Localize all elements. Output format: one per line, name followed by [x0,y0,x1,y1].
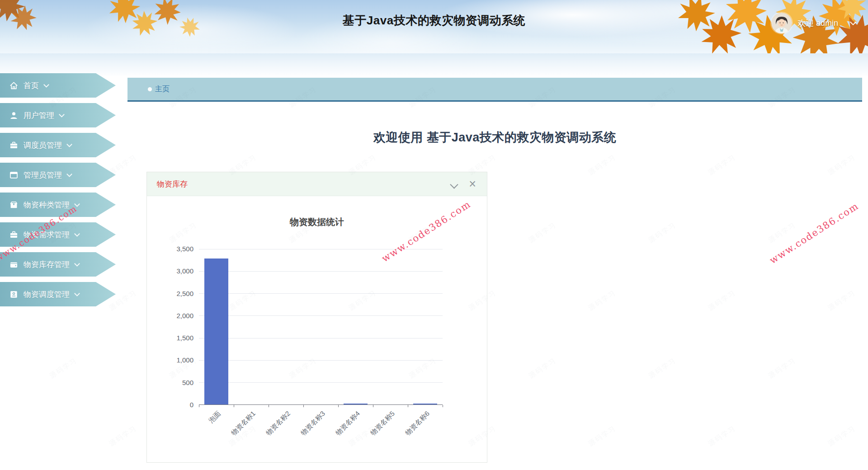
grid-line [199,338,443,338]
watermark: 源码学习 [707,153,737,177]
sidebar-item-dispatcher-management[interactable]: 调度员管理 [0,133,116,157]
watermark: 源码学习 [587,424,617,448]
x-axis-line [199,404,443,405]
watermark: 源码学习 [527,221,557,245]
chevron-down-icon [74,261,80,267]
user-icon [9,111,19,120]
panel-title: 物资库存 [157,179,188,189]
inventory-panel: 物资库存 × 物资数据统计 05001,0001,5002,0002,5003,… [146,172,487,463]
x-tick-mark [443,405,443,407]
y-tick-label: 2,000 [152,312,193,320]
watermark: 源码学习 [707,424,737,448]
sidebar-item-label: 首页 [24,80,39,91]
chevron-down-icon[interactable] [850,19,856,25]
x-tick-mark [303,405,304,407]
panel-body: 物资数据统计 05001,0001,5002,0002,5003,0003,50… [147,196,487,462]
chevron-down-icon [66,171,72,177]
sidebar-item-label: 物资种类管理 [24,200,70,210]
y-tick-label: 0 [152,401,193,409]
watermark: 源码学习 [108,424,138,448]
briefcase-icon [9,230,19,240]
x-tick-label: 物资名称4 [301,409,362,470]
chevron-down-icon [74,201,80,207]
grid-line [199,360,443,361]
x-tick-mark [199,405,199,407]
chart-title: 物资数据统计 [147,216,487,228]
y-tick-label: 3,500 [152,245,193,253]
app-title: 基于Java技术的救灾物资调动系统 [0,13,868,28]
x-tick-label: 物资名称1 [197,409,257,470]
window-icon [9,170,19,180]
sidebar-item-label: 物资调度管理 [24,289,70,300]
watermark: 源码学习 [647,221,677,245]
briefcase-icon [9,141,19,150]
user-avatar-icon[interactable] [771,13,792,33]
y-tick-label: 1,500 [152,334,193,342]
chevron-down-icon [74,231,80,237]
x-tick-label: 物资名称2 [231,409,292,470]
grid-line [199,315,443,316]
x-tick-label: 物资名称3 [266,409,327,470]
watermark: 源码学习 [707,289,737,313]
breadcrumb-home-link[interactable]: 主页 [155,85,170,94]
y-tick-label: 500 [152,379,193,386]
close-icon[interactable]: × [469,179,476,188]
y-tick-label: 1,000 [152,356,193,364]
sidebar-item-material-dispatch-management[interactable]: 物资调度管理 [0,282,116,306]
sidebar-item-label: 调度员管理 [24,140,62,150]
grid-line [199,293,443,294]
sidebar-item-label: 管理员管理 [24,170,62,180]
user-menu[interactable]: 欢迎 admin [771,12,855,34]
x-tick-mark [408,405,408,407]
bar-物资名称4 [344,404,368,404]
watermark: 源码学习 [587,153,617,177]
watermark: 源码学习 [647,357,677,381]
grid-line [199,249,443,249]
sidebar-item-user-management[interactable]: 用户管理 [0,103,116,127]
watermark: 源码学习 [527,357,557,381]
chevron-down-icon [66,141,72,147]
breadcrumb-bullet-icon [148,87,152,91]
watermark: 源码学习 [587,289,617,313]
watermark: 源码学习 [767,357,797,381]
watermark: 源码学习 [826,424,857,448]
header-gradient-strip [0,53,868,76]
sidebar-item-label: 物资需求管理 [24,230,70,240]
bar-泡面 [204,258,228,404]
chevron-down-icon [59,112,65,118]
watermark: 源码学习 [826,153,857,177]
watermark: 源码学习 [826,289,857,313]
sidebar-item-material-inventory-management[interactable]: 物资库存管理 [0,252,116,277]
breadcrumb-bar: 主页 [127,78,862,102]
x-tick-label: 物资名称6 [371,409,431,470]
wallet-icon [9,260,19,269]
welcome-heading: 欢迎使用 基于Java技术的救灾物资调动系统 [127,129,862,146]
home-icon [9,81,19,90]
x-tick-mark [269,405,269,407]
x-tick-label: 泡面 [162,409,222,470]
sidebar-item-label: 物资库存管理 [24,259,70,270]
sidebar-item-home[interactable]: 首页 [0,73,116,98]
x-tick-mark [234,405,234,407]
bar-物资名称6 [413,404,437,404]
y-tick-label: 3,000 [152,267,193,275]
panel-header: 物资库存 × [147,172,487,196]
x-tick-mark [373,405,373,407]
sidebar-item-material-type-management[interactable]: 物资种类管理 [0,193,116,217]
sidebar-item-material-demand-management[interactable]: 物资需求管理 [0,222,116,247]
badge-icon [9,290,19,299]
chart-plot: 05001,0001,5002,0002,5003,0003,500泡面物资名称… [199,249,443,405]
grid-line [199,271,443,272]
sidebar-item-admin-management[interactable]: 管理员管理 [0,163,116,187]
watermark: www.code386.com [768,200,861,266]
box-icon [9,200,19,210]
x-tick-mark [338,405,339,407]
panel-header-icons: × [451,179,476,188]
collapse-chevron-icon[interactable] [450,180,458,188]
x-tick-label: 物资名称5 [336,409,396,470]
welcome-text: 欢迎 admin [797,18,838,28]
app-header: 基于Java技术的救灾物资调动系统 欢迎 admin [0,0,868,53]
chevron-down-icon [74,291,80,296]
chevron-down-icon [43,82,49,88]
sidebar-item-label: 用户管理 [24,110,54,121]
